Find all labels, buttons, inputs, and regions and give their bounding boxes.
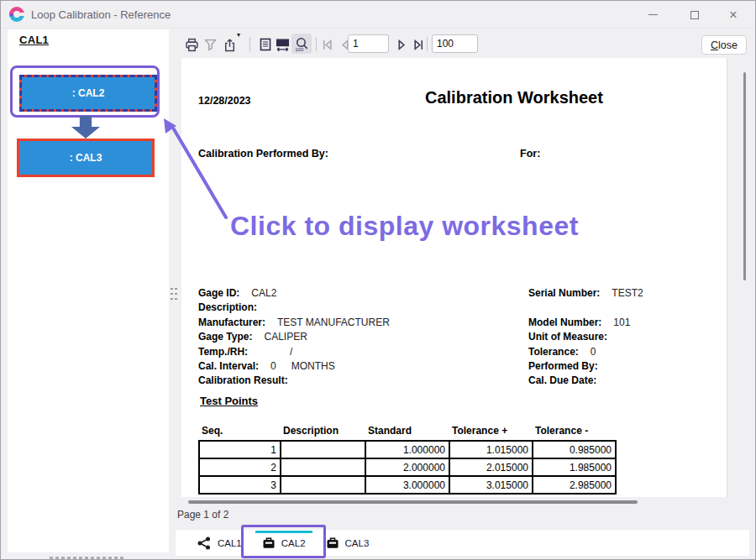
toolbar-separator — [316, 37, 317, 51]
info-line: Cal. Interval:0MONTHS — [198, 359, 390, 374]
panel-splitter-handle[interactable] — [170, 286, 177, 301]
app-window: Loop Calibration - Reference × CAL1 : CA… — [0, 0, 756, 560]
tab-cal3[interactable]: CAL3 — [316, 530, 380, 556]
filter-icon[interactable] — [202, 36, 218, 53]
last-page-button[interactable] — [410, 36, 427, 53]
tab-cal2[interactable]: CAL2 — [252, 530, 316, 556]
first-page-button[interactable] — [318, 36, 335, 53]
diagram-node-cal2[interactable]: : CAL2 — [19, 75, 157, 112]
close-button[interactable]: Close — [701, 35, 747, 55]
test-points-column-headers: Seq. Description Standard Tolerance + To… — [198, 425, 615, 437]
maximize-button[interactable] — [678, 1, 711, 29]
column-header: Tolerance + — [449, 425, 532, 437]
report-date: 12/28/2023 — [198, 95, 251, 107]
export-icon[interactable] — [221, 36, 238, 53]
for-label: For: — [520, 148, 540, 160]
print-icon[interactable] — [183, 36, 200, 53]
page-width-view-icon[interactable] — [274, 36, 291, 53]
tab-label: CAL2 — [281, 538, 306, 548]
page-status-text: Page 1 of 2 — [177, 509, 228, 521]
column-header: Standard — [365, 425, 449, 437]
report-title: Calibration Worksheet — [425, 88, 603, 107]
report-page: 12/28/2023 Calibration Worksheet Calibra… — [181, 58, 727, 497]
gage-icon — [326, 536, 339, 549]
app-logo-icon — [9, 7, 24, 22]
root-gage-label: CAL1 — [19, 34, 49, 46]
page-number-input[interactable] — [348, 34, 389, 53]
tab-label: CAL1 — [218, 538, 242, 548]
zoom-level-input[interactable] — [432, 34, 478, 53]
info-line: Unit of Measure: — [528, 330, 643, 344]
diagram-node-cal3[interactable]: : CAL3 — [17, 139, 155, 177]
gage-info-left-column: Gage ID:CAL2 Description: Manufacturer:T… — [198, 286, 390, 389]
performed-by-label: Calibration Performed By: — [198, 148, 328, 160]
tab-label: CAL3 — [345, 538, 370, 548]
table-row: 3 3.000000 3.015000 2.985000 — [199, 476, 616, 494]
window-close-button[interactable]: × — [717, 1, 750, 29]
minimize-button[interactable] — [636, 1, 669, 29]
gage-icon — [262, 536, 276, 549]
vertical-scrollbar-thumb[interactable] — [743, 72, 746, 280]
zoom-100-icon[interactable]: 100 — [293, 36, 310, 53]
report-toolbar: ▾ 100 — [181, 29, 755, 58]
flow-down-arrow-icon — [71, 116, 100, 139]
info-line: Cal. Due Date: — [528, 374, 643, 388]
node-label: : CAL2 — [72, 87, 105, 99]
title-bar: Loop Calibration - Reference × — [1, 1, 755, 29]
column-header: Seq. — [198, 425, 280, 437]
column-header: Description — [280, 425, 365, 437]
svg-text:100: 100 — [295, 46, 304, 52]
background-window-artifact — [50, 557, 125, 560]
info-line: Gage Type:CALIPER — [198, 330, 390, 344]
gage-info-right-column: Serial Number:TEST2 Model Number:101 Uni… — [528, 286, 643, 389]
toolbar-separator — [427, 37, 428, 51]
loop-diagram-panel: CAL1 : CAL2 : CAL3 — [8, 29, 169, 552]
test-points-heading: Test Points — [200, 395, 258, 407]
info-line: Model Number:101 — [528, 316, 643, 330]
info-line: Temp./RH:/ — [198, 345, 390, 359]
info-line: Serial Number:TEST2 — [528, 286, 643, 301]
single-page-view-icon[interactable] — [257, 36, 274, 53]
export-dropdown-caret-icon[interactable]: ▾ — [237, 32, 240, 39]
info-line: Performed By: — [528, 359, 643, 374]
annotation-text: Click to display worksheet — [230, 211, 579, 242]
table-row: 1 1.000000 1.015000 0.985000 — [199, 441, 616, 458]
tab-cal1[interactable]: CAL1 — [176, 530, 252, 556]
share-icon — [197, 536, 212, 550]
info-line: Calibration Result: — [198, 374, 390, 388]
test-points-table: 1 1.000000 1.015000 0.985000 2 2.000000 … — [198, 440, 617, 495]
toolbar-separator — [249, 37, 250, 51]
table-row: 2 2.000000 2.015000 1.985000 — [199, 458, 616, 476]
column-header: Tolerance - — [532, 425, 615, 437]
worksheet-tab-bar: CAL1 CAL2 CAL3 — [176, 530, 749, 556]
next-page-button[interactable] — [393, 36, 410, 53]
node-selection-highlight: : CAL2 — [10, 65, 160, 118]
info-line — [528, 301, 643, 315]
node-label: : CAL3 — [70, 152, 102, 164]
horizontal-scrollbar-thumb[interactable] — [188, 500, 638, 504]
window-title: Loop Calibration - Reference — [31, 8, 171, 21]
info-line: Manufacturer:TEST MANUFACTURER — [198, 316, 390, 330]
info-line: Tolerance:0 — [528, 345, 643, 359]
info-line: Gage ID:CAL2 — [198, 286, 390, 301]
info-line: Description: — [198, 301, 390, 315]
